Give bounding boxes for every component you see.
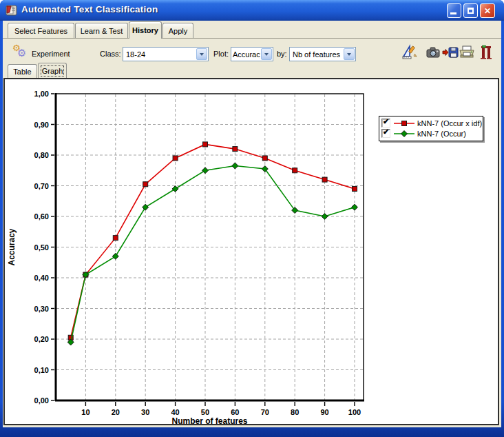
legend-label: kNN-7 (Occur) [417, 130, 466, 138]
y-tick-label: 0,00 [34, 396, 49, 405]
minimize-icon [450, 12, 456, 14]
print-button[interactable] [458, 43, 476, 61]
exit-door-icon [479, 45, 494, 60]
x-tick-label: 70 [261, 408, 269, 416]
series-line [71, 166, 355, 343]
chevron-down-icon [347, 53, 351, 56]
data-point [351, 204, 357, 210]
y-axis-title: Accuracy [7, 228, 17, 265]
combo-dropdown-button[interactable] [196, 48, 207, 60]
subtab-label: Graph [42, 67, 63, 75]
class-label: Class: [100, 50, 121, 58]
legend-line-sample [393, 120, 415, 127]
tab-label: Select Features [14, 27, 67, 35]
by-select[interactable]: Nb of features [289, 47, 356, 61]
x-tick-label: 20 [112, 408, 120, 416]
x-tick-label: 30 [141, 408, 149, 416]
x-tick-label: 50 [201, 408, 209, 416]
x-tick-label: 60 [231, 408, 239, 416]
x-tick-label: 10 [81, 408, 90, 416]
plot-label: Plot: [213, 50, 229, 58]
exit-button[interactable] [477, 43, 495, 61]
tab-history[interactable]: History [129, 21, 162, 39]
legend-checkbox[interactable]: ✔ [381, 119, 390, 128]
app-icon [6, 4, 18, 17]
plot-select-value: Accuracy [231, 50, 260, 59]
minimize-button[interactable] [447, 3, 461, 18]
combo-dropdown-button[interactable] [344, 48, 355, 60]
y-tick-label: 0,60 [34, 212, 49, 221]
chevron-down-icon [200, 53, 204, 56]
chevron-down-icon [264, 53, 269, 56]
chart-panel: 0,000,100,200,300,400,500,600,700,800,90… [3, 78, 499, 425]
maximize-icon [468, 8, 474, 14]
save-export-icon [442, 45, 459, 60]
combo-dropdown-button[interactable] [261, 48, 272, 60]
close-button[interactable]: ✕ [480, 3, 495, 18]
app-window: Automated Text Classification ✕ Select F… [0, 0, 504, 437]
close-icon: ✕ [484, 7, 491, 15]
tab-label: History [132, 26, 158, 34]
data-point [262, 156, 267, 161]
class-select-value: 18-24 [123, 50, 196, 59]
y-tick-label: 0,50 [34, 243, 49, 252]
data-point [172, 185, 178, 192]
data-point [143, 204, 149, 210]
y-tick-label: 0,70 [34, 182, 49, 190]
series-1 [67, 163, 357, 345]
tab-apply[interactable]: Apply [162, 23, 193, 38]
x-tick-label: 40 [171, 408, 179, 416]
y-tick-label: 0,40 [34, 274, 49, 282]
by-label: by: [277, 50, 287, 58]
plot-select[interactable]: Accuracy [231, 47, 273, 61]
class-select[interactable]: 18-24 [123, 47, 209, 61]
x-tick-label: 100 [348, 408, 361, 416]
subtab-label: Table [13, 68, 31, 76]
y-tick-label: 0,10 [34, 366, 49, 374]
legend-checkbox[interactable]: ✔ [381, 129, 390, 138]
data-point [202, 167, 208, 174]
legend-item: ✔kNN-7 (Occur) [381, 128, 480, 139]
legend-line-sample [393, 130, 415, 137]
y-tick-label: 0,30 [34, 305, 49, 313]
data-point [293, 168, 297, 173]
window-body: Select Features Learn & Test History App… [3, 21, 501, 427]
subtab-table[interactable]: Table [8, 64, 37, 78]
data-point [112, 253, 118, 259]
data-point [232, 163, 238, 169]
tab-label: Learn & Test [81, 27, 123, 35]
experiment-gears-icon: ⚙ ⚙ [12, 43, 30, 59]
tab-select-features[interactable]: Select Features [8, 23, 74, 38]
data-point [233, 147, 238, 152]
data-point [322, 214, 328, 220]
camera-icon [426, 45, 441, 60]
data-point [322, 177, 327, 182]
window-title: Automated Text Classification [21, 4, 158, 14]
data-point [113, 236, 118, 241]
legend-label: kNN-7 (Occur x idf) [417, 119, 482, 128]
subtab-graph[interactable]: Graph [38, 63, 67, 78]
title-bar[interactable]: Automated Text Classification ✕ [0, 0, 504, 21]
data-point [173, 156, 178, 161]
y-tick-label: 0,80 [34, 151, 49, 159]
snapshot-button[interactable] [424, 43, 442, 61]
tab-learn-and-test[interactable]: Learn & Test [75, 23, 128, 38]
by-select-value: Nb of features [290, 50, 343, 59]
tab-label: Apply [169, 27, 188, 35]
data-point [143, 182, 148, 187]
data-point [202, 142, 207, 147]
check-icon: ✔ [383, 117, 389, 126]
ruler-pencil-icon [401, 44, 418, 61]
check-icon: ✔ [383, 128, 389, 136]
maximize-button[interactable] [463, 3, 478, 18]
chart-legend: ✔kNN-7 (Occur x idf)✔kNN-7 (Occur) [379, 116, 483, 141]
chart-design-button[interactable] [401, 43, 419, 61]
y-tick-label: 0,20 [34, 335, 49, 343]
export-button[interactable] [441, 43, 459, 61]
x-tick-label: 80 [291, 408, 299, 416]
y-tick-label: 1,00 [34, 90, 49, 98]
legend-item: ✔kNN-7 (Occur x idf) [381, 118, 480, 128]
series-0 [68, 142, 357, 340]
data-point [352, 186, 357, 191]
tab-strip-divider [3, 38, 501, 39]
